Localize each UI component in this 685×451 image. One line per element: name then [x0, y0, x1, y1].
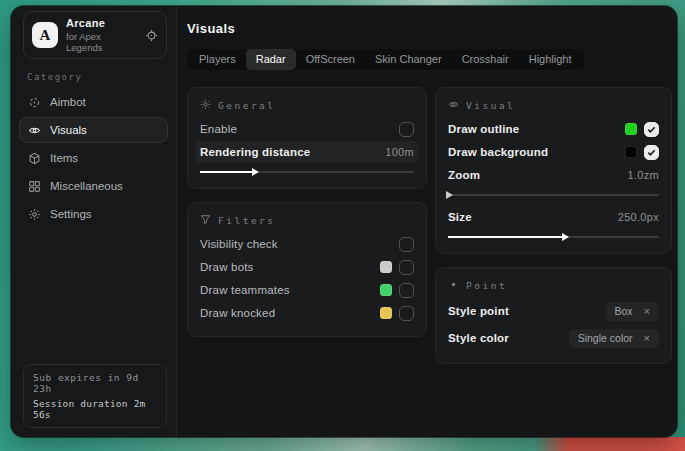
visibility-check-row: Visibility check: [200, 233, 414, 255]
panel-title: General: [218, 100, 276, 111]
draw-bots-color-swatch[interactable]: [380, 261, 392, 273]
main-content: Visuals Players Radar OffScreen Skin Cha…: [177, 6, 684, 437]
draw-bots-checkbox[interactable]: [399, 260, 414, 275]
draw-outline-row: Draw outline: [448, 118, 659, 140]
cube-icon: [28, 152, 41, 165]
page-title: Visuals: [187, 21, 672, 36]
tab-skin-changer[interactable]: Skin Changer: [365, 49, 452, 70]
close-icon[interactable]: ×: [644, 333, 650, 344]
draw-outline-color-swatch[interactable]: [625, 123, 637, 135]
draw-background-checkbox[interactable]: [644, 145, 659, 160]
draw-knocked-checkbox[interactable]: [399, 306, 414, 321]
eye-scan-icon: [28, 124, 41, 137]
funnel-icon: [200, 214, 211, 227]
tab-offscreen[interactable]: OffScreen: [296, 49, 365, 70]
tab-players[interactable]: Players: [189, 49, 246, 70]
sidebar-item-label: Items: [50, 152, 78, 164]
zoom-row: Zoom 1.0zm: [448, 164, 659, 186]
size-row: Size 250.0px: [448, 206, 659, 228]
app-window: A Arcane for Apex Legends Category: [11, 6, 677, 437]
sidebar-item-settings[interactable]: Settings: [19, 201, 168, 227]
app-title: Arcane: [66, 17, 137, 29]
draw-background-color-swatch[interactable]: [625, 146, 637, 158]
style-point-row: Style point Box ×: [448, 298, 659, 324]
draw-knocked-color-swatch[interactable]: [380, 307, 392, 319]
rendering-distance-value: 100m: [385, 146, 414, 158]
slider-thumb[interactable]: [562, 233, 569, 241]
visuals-tabbar: Players Radar OffScreen Skin Changer Cro…: [187, 49, 584, 70]
sun-icon: [200, 99, 211, 112]
draw-bots-row: Draw bots: [200, 256, 414, 278]
filters-panel: Filters Visibility check Draw bots: [187, 202, 427, 337]
close-icon[interactable]: ×: [644, 306, 650, 317]
sidebar-nav: Aimbot Visuals Items: [11, 89, 176, 227]
check-icon: [647, 148, 656, 157]
session-duration-text: Session duration 2m 56s: [33, 398, 157, 420]
crosshair-icon: [28, 96, 41, 109]
draw-teammates-checkbox[interactable]: [399, 283, 414, 298]
enable-row: Enable: [200, 118, 414, 140]
zoom-value: 1.0zm: [628, 169, 659, 181]
panel-title: Visual: [466, 100, 515, 111]
grid-icon: [28, 180, 41, 193]
panel-title: Filters: [218, 215, 276, 226]
style-point-select[interactable]: Box ×: [605, 302, 659, 321]
sidebar-item-label: Settings: [50, 208, 92, 220]
eye-icon: [448, 99, 459, 112]
tab-highlight[interactable]: Highlight: [519, 49, 582, 70]
draw-outline-checkbox[interactable]: [644, 122, 659, 137]
draw-background-row: Draw background: [448, 141, 659, 163]
sidebar-item-label: Visuals: [50, 124, 87, 136]
app-subtitle: for Apex Legends: [66, 31, 137, 53]
enable-checkbox[interactable]: [399, 122, 414, 137]
draw-teammates-row: Draw teammates: [200, 279, 414, 301]
style-color-select[interactable]: Single color ×: [569, 329, 659, 348]
slider-thumb[interactable]: [446, 191, 453, 199]
rendering-distance-slider[interactable]: [200, 167, 414, 176]
size-slider[interactable]: [448, 232, 659, 241]
logo-card: A Arcane for Apex Legends: [23, 11, 167, 59]
sidebar-item-miscellaneous[interactable]: Miscellaneous: [19, 173, 168, 199]
tab-radar[interactable]: Radar: [246, 49, 296, 70]
target-icon[interactable]: [145, 29, 158, 42]
sidebar-item-label: Miscellaneous: [50, 180, 123, 192]
general-panel: General Enable Rendering distance 100m: [187, 87, 427, 189]
zoom-slider[interactable]: [448, 190, 659, 199]
visual-panel: Visual Draw outline Draw background: [435, 87, 672, 254]
sidebar-item-label: Aimbot: [50, 96, 86, 108]
subscription-info-card: Sub expires in 9d 23h Session duration 2…: [23, 364, 167, 428]
draw-teammates-color-swatch[interactable]: [380, 284, 392, 296]
check-icon: [647, 125, 656, 134]
slider-thumb[interactable]: [252, 168, 259, 176]
sidebar: A Arcane for Apex Legends Category: [11, 6, 177, 437]
sub-expiry-text: Sub expires in 9d 23h: [33, 372, 157, 394]
sidebar-item-visuals[interactable]: Visuals: [19, 117, 168, 143]
sidebar-item-aimbot[interactable]: Aimbot: [19, 89, 168, 115]
rendering-distance-row: Rendering distance 100m: [196, 141, 418, 163]
desktop-red-accent: [535, 437, 685, 451]
visibility-check-checkbox[interactable]: [399, 237, 414, 252]
style-color-value: Single color: [578, 332, 633, 344]
gear-icon: [28, 208, 41, 221]
style-color-row: Style color Single color ×: [448, 325, 659, 351]
dot-icon: [448, 279, 459, 292]
style-point-value: Box: [614, 305, 632, 317]
logo-mark: A: [32, 22, 58, 48]
point-panel: Point Style point Box × Style color Sing…: [435, 267, 672, 364]
draw-knocked-row: Draw knocked: [200, 302, 414, 324]
tab-crosshair[interactable]: Crosshair: [452, 49, 519, 70]
category-label: Category: [27, 72, 176, 82]
panel-title: Point: [466, 280, 507, 291]
sidebar-item-items[interactable]: Items: [19, 145, 168, 171]
size-value: 250.0px: [618, 211, 659, 223]
